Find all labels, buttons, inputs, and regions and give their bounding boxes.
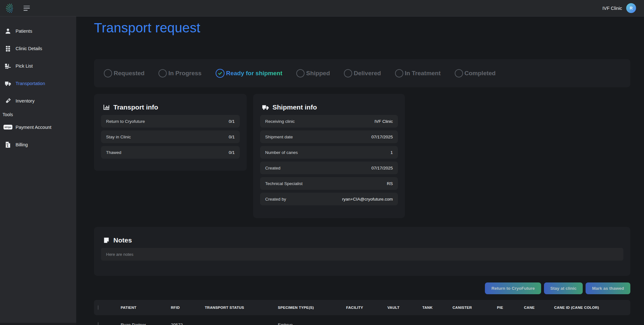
cell-rfid: 20572 <box>171 322 205 325</box>
card-title: Notes <box>113 236 132 244</box>
info-row: Technical Specialist RS <box>260 177 398 190</box>
column-header[interactable]: TRANSPORT STATUS <box>205 306 278 309</box>
info-value: 0/1 <box>229 135 235 139</box>
cryofuture-logo-icon[interactable] <box>6 3 15 13</box>
step-label: In Treatment <box>405 70 441 77</box>
info-label: Receiving clinic <box>265 119 295 124</box>
sidebar-item-billing[interactable]: $ Billing <box>0 136 76 153</box>
sidebar-item-payment-account[interactable]: stripe Payment Account <box>0 118 76 136</box>
step-in-progress[interactable]: In Progress <box>158 69 202 77</box>
sidebar-item-label: Payment Account <box>16 125 51 130</box>
step-circle-icon <box>158 69 167 77</box>
row-checkbox[interactable] <box>98 322 98 325</box>
step-ready-for-shipment[interactable]: Ready for shipment <box>216 69 282 78</box>
stay-at-clinic-button[interactable]: Stay at clinic <box>544 282 583 294</box>
card-title: Transport info <box>113 103 158 111</box>
sidebar-item-pick-list[interactable]: Pick List <box>0 57 76 75</box>
info-row: Return to Cryofuture 0/1 <box>101 115 240 128</box>
step-delivered[interactable]: Delivered <box>344 69 381 77</box>
info-label: Thawed <box>106 150 121 155</box>
table-row[interactable]: Ryan Partner 20572 Embryo <box>94 318 630 325</box>
cell-patient: Ryan Partner <box>121 322 171 325</box>
column-header[interactable]: FACILITY <box>346 306 387 309</box>
return-to-cryofuture-button[interactable]: Return to CryoFuture <box>485 282 541 294</box>
column-header[interactable]: PIE <box>497 306 524 309</box>
transport-info-card: Transport info Return to Cryofuture 0/1 … <box>94 94 247 171</box>
transport-info-heading: Transport info <box>103 103 238 111</box>
vial-icon <box>4 97 11 104</box>
step-label: Shipped <box>306 70 330 77</box>
info-label: Technical Specialist <box>265 181 303 186</box>
info-label: Return to Cryofuture <box>106 119 145 124</box>
notes-heading: Notes <box>103 236 622 244</box>
info-label: Created by <box>265 197 286 202</box>
sidebar-bottom-strip <box>0 323 76 325</box>
info-value: IVF Clinic <box>374 119 393 124</box>
info-row: Receiving clinic IVF Clinic <box>260 115 398 128</box>
step-label: Ready for shipment <box>226 70 282 77</box>
column-header[interactable]: CANE <box>524 306 554 309</box>
sidebar-item-label: Patients <box>16 29 32 34</box>
info-value: ryan+CIA@cryofuture.com <box>342 197 393 202</box>
column-header[interactable]: CANISTER <box>453 306 497 309</box>
column-header[interactable]: PATIENT <box>121 306 171 309</box>
step-shipped[interactable]: Shipped <box>296 69 330 77</box>
user-avatar[interactable]: R <box>626 3 636 13</box>
column-header[interactable]: CANE ID (CANE COLOR) <box>554 306 630 309</box>
canes-table: PATIENT RFID TRANSPORT STATUS SPECIMEN T… <box>94 300 630 325</box>
step-circle-icon <box>395 69 403 77</box>
info-row: Stay in Clinic 0/1 <box>101 130 240 143</box>
select-all-checkbox[interactable] <box>98 305 98 310</box>
main-content: Transport request Requested In Progress … <box>76 17 644 325</box>
sidebar-item-patients[interactable]: Patients <box>0 22 76 40</box>
truck-icon <box>4 80 11 87</box>
column-header[interactable]: VAULT <box>387 306 422 309</box>
svg-text:$: $ <box>7 144 9 147</box>
shipment-info-heading: Shipment info <box>262 103 396 111</box>
step-circle-icon <box>296 69 305 77</box>
step-requested[interactable]: Requested <box>104 69 144 77</box>
table-header: PATIENT RFID TRANSPORT STATUS SPECIMEN T… <box>94 300 630 315</box>
sidebar-item-label: Clinic Details <box>16 46 42 51</box>
sidebar-item-label: Pick List <box>16 63 33 69</box>
sidebar-item-label: Billing <box>16 142 28 147</box>
step-circle-icon <box>104 69 112 77</box>
column-header[interactable]: TANK <box>422 306 453 309</box>
step-label: Requested <box>114 70 144 77</box>
info-row: Thawed 0/1 <box>101 146 240 159</box>
actions-row: Return to CryoFuture Stay at clinic Mark… <box>485 282 630 294</box>
notes-card: Notes <box>94 227 630 276</box>
forklift-icon <box>4 63 11 70</box>
page-title: Transport request <box>94 19 200 37</box>
info-value: 1 <box>390 150 393 155</box>
mark-as-thawed-button[interactable]: Mark as thawed <box>586 282 630 294</box>
column-header[interactable]: SPECIMEN TYPE(S) <box>278 306 346 309</box>
stripe-icon: stripe <box>4 124 11 131</box>
sidebar-item-transportation[interactable]: Transportation <box>0 75 76 92</box>
column-header[interactable]: RFID <box>171 306 205 309</box>
avatar-initial: R <box>630 6 633 10</box>
info-row: Number of canes 1 <box>260 146 398 159</box>
status-stepper: Requested In Progress Ready for shipment… <box>94 59 630 87</box>
shipment-info-card: Shipment info Receiving clinic IVF Clini… <box>253 94 405 218</box>
sidebar-item-label: Transportation <box>16 81 45 86</box>
info-row: Shipment date 07/17/2025 <box>260 130 398 143</box>
info-row: Created 07/17/2025 <box>260 162 398 174</box>
topbar: IVF Clinic R <box>0 0 644 17</box>
menu-icon[interactable] <box>23 6 30 11</box>
info-value: 07/17/2025 <box>371 166 393 170</box>
notes-input[interactable] <box>101 248 623 261</box>
step-completed[interactable]: Completed <box>455 69 496 77</box>
step-check-icon <box>216 69 225 78</box>
cell-specimen-types: Embryo <box>278 322 346 325</box>
info-row: Created by ryan+CIA@cryofuture.com <box>260 193 398 205</box>
grid-icon <box>4 45 11 52</box>
step-in-treatment[interactable]: In Treatment <box>395 69 441 77</box>
info-label: Created <box>265 166 280 170</box>
sidebar-item-inventory[interactable]: Inventory <box>0 92 76 109</box>
step-circle-icon <box>344 69 352 77</box>
bar-chart-icon <box>103 103 110 111</box>
step-label: Completed <box>465 70 496 77</box>
sidebar-item-clinic-details[interactable]: Clinic Details <box>0 40 76 57</box>
sidebar: Patients Clinic Details Pick List Transp… <box>0 17 76 325</box>
